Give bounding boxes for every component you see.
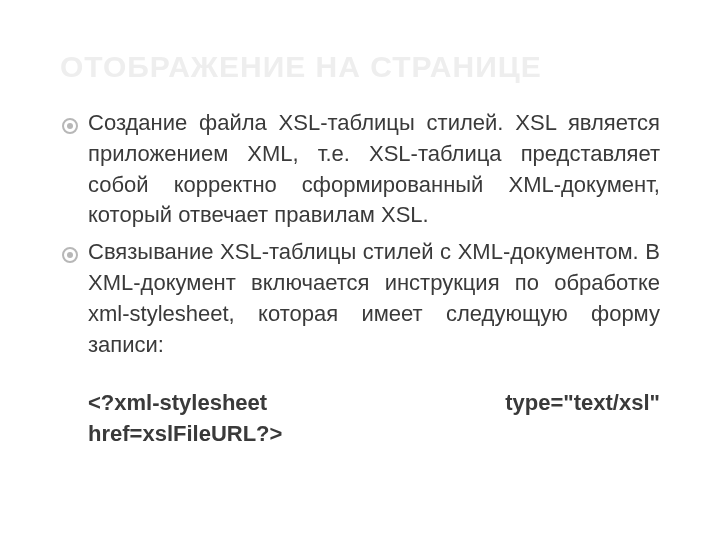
bullet-list: Создание файла XSL-таблицы стилей. XSL я… — [60, 108, 660, 450]
list-item-text: Связывание XSL-таблицы стилей с XML-доку… — [88, 239, 660, 356]
code-snippet-line1: <?xml-stylesheet type="text/xsl" — [88, 388, 660, 419]
list-item: Создание файла XSL-таблицы стилей. XSL я… — [60, 108, 660, 231]
list-item: Связывание XSL-таблицы стилей с XML-доку… — [60, 237, 660, 450]
code-snippet-line2: href=xslFileURL?> — [88, 419, 660, 450]
slide-title: ОТОБРАЖЕНИЕ НА СТРАНИЦЕ — [60, 50, 660, 84]
